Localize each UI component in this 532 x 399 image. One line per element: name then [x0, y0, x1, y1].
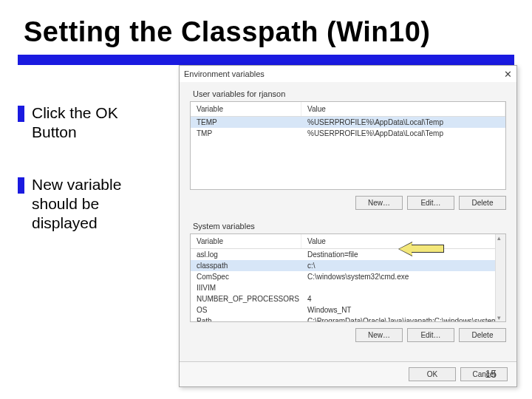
new-button[interactable]: New…	[355, 196, 403, 210]
bullet-list: Click the OK Button New variable should …	[18, 103, 166, 265]
edit-button[interactable]: Edit…	[407, 328, 454, 342]
table-header: Variable Value	[191, 102, 505, 117]
table-row[interactable]: classpath c:\	[191, 260, 505, 271]
arrow-callout-icon	[399, 242, 445, 256]
system-vars-table[interactable]: Variable Value asl.log Destination=file …	[190, 233, 506, 322]
slide-title: Setting the Classpath (Win10)	[24, 16, 430, 48]
close-icon[interactable]: ✕	[494, 69, 512, 80]
title-part1: Setting the Classpath	[24, 16, 318, 47]
user-buttons-row: New… Edit… Delete	[180, 196, 506, 210]
dialog-titlebar: Environment variables ✕	[180, 66, 516, 82]
table-row[interactable]: TEMP %USERPROFILE%\AppData\Local\Temp	[191, 117, 505, 128]
system-buttons-row: New… Edit… Delete	[180, 328, 506, 342]
cancel-button[interactable]: Cancel	[460, 367, 508, 381]
ok-button[interactable]: OK	[409, 367, 456, 381]
bullet-mark-icon	[18, 177, 24, 194]
table-row[interactable]: ComSpec C:\windows\system32\cmd.exe	[191, 271, 505, 282]
bullet-item: New variable should be displayed	[18, 175, 166, 233]
delete-button[interactable]: Delete	[459, 196, 506, 210]
env-vars-dialog: Environment variables ✕ User variables f…	[179, 65, 517, 387]
bullet-mark-icon	[18, 106, 24, 122]
title-underline	[18, 55, 514, 65]
col-variable[interactable]: Variable	[191, 102, 301, 116]
user-vars-table[interactable]: Variable Value TEMP %USERPROFILE%\AppDat…	[190, 101, 506, 190]
col-variable[interactable]: Variable	[191, 234, 301, 248]
edit-button[interactable]: Edit…	[407, 196, 454, 210]
table-row[interactable]: asl.log Destination=file	[191, 249, 505, 260]
user-vars-label: User variables for rjanson	[180, 82, 516, 101]
dialog-bottom-bar: OK Cancel	[180, 361, 516, 386]
bullet-item: Click the OK Button	[18, 103, 166, 143]
table-row[interactable]: NUMBER_OF_PROCESSORS 4	[191, 293, 505, 304]
table-row[interactable]: Path C:\ProgramData\Oracle\Java\javapath…	[191, 316, 505, 322]
bullet-text: New variable should be displayed	[32, 175, 166, 233]
table-row[interactable]: TMP %USERPROFILE%\AppData\Local\Temp	[191, 128, 505, 139]
system-vars-label: System variables	[180, 214, 516, 233]
title-part2: (Win10)	[318, 16, 430, 47]
table-row[interactable]: OS Windows_NT	[191, 304, 505, 316]
table-row[interactable]: IIIVIM	[191, 282, 505, 293]
col-value[interactable]: Value	[301, 102, 505, 116]
table-header: Variable Value	[191, 234, 505, 249]
bullet-text: Click the OK Button	[32, 103, 166, 143]
dialog-title: Environment variables	[184, 69, 265, 78]
delete-button[interactable]: Delete	[459, 328, 506, 342]
new-button[interactable]: New…	[355, 328, 403, 342]
scrollbar[interactable]	[495, 234, 505, 321]
page-number: 15	[485, 368, 497, 380]
